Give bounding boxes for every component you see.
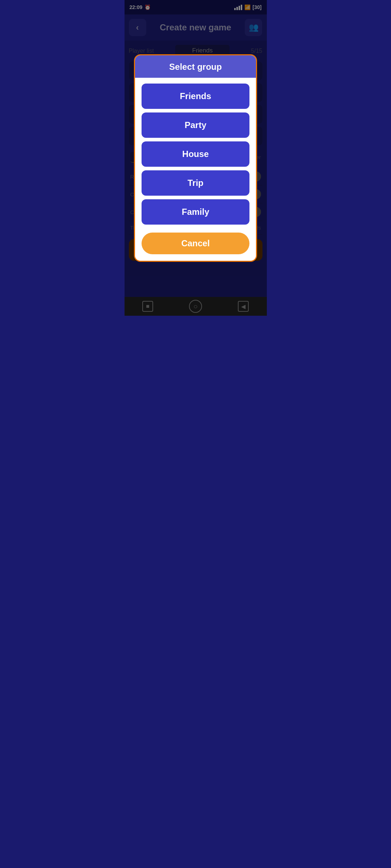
group-party-button[interactable]: Party xyxy=(142,112,249,138)
modal-title: Select group xyxy=(169,62,222,72)
modal-footer: Cancel xyxy=(135,227,256,261)
group-house-button[interactable]: House xyxy=(142,141,249,167)
group-friends-button[interactable]: Friends xyxy=(142,84,249,109)
group-house-label: House xyxy=(182,149,209,159)
group-friends-label: Friends xyxy=(180,91,211,101)
group-trip-button[interactable]: Trip xyxy=(142,170,249,196)
modal-body: Friends Party House Trip Family xyxy=(135,78,256,227)
modal-header: Select group xyxy=(135,55,256,78)
cancel-label: Cancel xyxy=(181,238,210,248)
group-party-label: Party xyxy=(185,120,206,130)
group-family-label: Family xyxy=(182,207,209,217)
group-trip-label: Trip xyxy=(188,178,203,188)
cancel-button[interactable]: Cancel xyxy=(142,233,249,254)
modal-overlay[interactable]: Select group Friends Party House Trip Fa… xyxy=(125,0,267,316)
select-group-modal: Select group Friends Party House Trip Fa… xyxy=(134,54,257,262)
group-family-button[interactable]: Family xyxy=(142,199,249,225)
